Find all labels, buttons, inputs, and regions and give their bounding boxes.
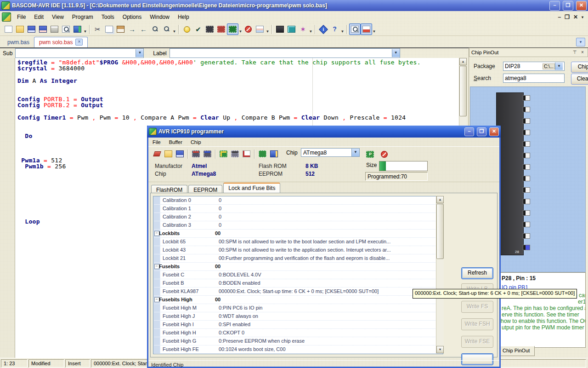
scroll-up-icon[interactable]: ▲ — [459, 58, 467, 65]
fuse-table-row[interactable]: Lockbit 4300:SPM is not allowed to write… — [153, 246, 443, 254]
scroll-up-icon[interactable]: ▲ — [436, 196, 444, 203]
write-fs-button[interactable]: Write FS — [461, 301, 493, 313]
path-value[interactable]: C:\... — [543, 63, 555, 69]
tab-pwm.bas[interactable]: pwm.bas — [3, 38, 34, 47]
lcd-designer-icon[interactable] — [286, 23, 297, 35]
titlebar[interactable]: BASCOM-AVR IDE [1.11.9.5] - [C:\Dokument… — [0, 0, 588, 11]
dropdown-arrow-icon[interactable]: ▼ — [340, 24, 345, 35]
mdi-close-button[interactable]: ✕ — [573, 14, 578, 20]
paste-icon[interactable] — [115, 23, 126, 35]
print-preview-icon[interactable] — [60, 23, 72, 35]
save-file-icon[interactable] — [26, 23, 37, 35]
dropdown-arrow-icon[interactable]: ▼ — [238, 24, 243, 35]
chip-pin[interactable] — [523, 107, 530, 112]
help-icon[interactable]: ? — [329, 23, 340, 35]
fuse-table-row[interactable]: Fusebit High H0:CKOPT 0 — [153, 329, 443, 337]
fuse-table-row[interactable]: Fusebit High I0:SPI enabled — [153, 321, 443, 329]
mdi-window-buttons[interactable]: –❐✕▾ — [558, 14, 588, 20]
fuse-table-row[interactable]: Calibration 10 — [153, 205, 443, 213]
info-icon[interactable] — [317, 23, 329, 35]
chip-pin[interactable] — [523, 233, 530, 239]
fuse-table-row[interactable]: Lockbit 6500:SPM is not allowed to write… — [153, 238, 443, 246]
read-flash-icon[interactable] — [202, 148, 213, 160]
panel-header[interactable]: Chip PinOut ⊤ × — [469, 48, 588, 57]
scrollbar-thumb[interactable] — [436, 204, 444, 259]
fuse-table-row[interactable]: Fusebit High G0:Preserve EEPROM when chi… — [153, 337, 443, 345]
mdi-minimize-button[interactable]: – — [558, 14, 561, 20]
write-eeprom-icon[interactable] — [218, 148, 229, 160]
tab-overflow-button[interactable]: ▾ — [576, 38, 585, 46]
chevron-down-icon[interactable]: ▼ — [136, 49, 143, 57]
new-file-icon[interactable] — [3, 23, 14, 35]
cut-icon[interactable]: ✂ — [92, 23, 103, 35]
restore-button[interactable]: ❐ — [563, 1, 573, 11]
pushpin-icon[interactable]: ⊤ — [571, 50, 578, 56]
refresh-button[interactable]: Refresh — [461, 267, 493, 279]
fuse-table-row[interactable]: Calibration 00 — [153, 196, 443, 205]
chip-pinout-tab[interactable]: Chip PinOut — [498, 346, 535, 356]
label-combobox[interactable]: ▼ — [170, 48, 400, 58]
program-settings-icon[interactable] — [72, 23, 83, 35]
menu-window[interactable]: Window — [146, 12, 174, 22]
save-file-icon[interactable] — [174, 148, 186, 160]
fuse-table-row[interactable]: Fusebit B0:BODEN enabled — [153, 279, 443, 288]
chip-button[interactable]: Chip — [571, 62, 588, 73]
pdf-export-icon[interactable] — [361, 23, 372, 35]
dialog-menu-buffer[interactable]: Buffer — [165, 138, 187, 146]
wizard-icon[interactable]: ✶ — [297, 23, 309, 35]
fuse-table-row[interactable]: Fusebit High FE00:1024 words boot size, … — [153, 345, 443, 354]
dialog-close-button[interactable]: ✕ — [489, 127, 499, 136]
chip-pin[interactable] — [523, 130, 530, 135]
sub-combobox[interactable]: ▼ — [15, 48, 144, 58]
chip-pin[interactable] — [523, 199, 530, 204]
fuse-table-row[interactable]: −Fusebits High00 — [153, 296, 443, 304]
chip-pin[interactable] — [523, 95, 530, 101]
dialog-menu-file[interactable]: File — [148, 138, 165, 146]
package-combobox[interactable]: DIP28 C:\... ▼ — [503, 62, 565, 71]
find-icon[interactable] — [149, 23, 161, 35]
indent-icon[interactable]: → — [126, 23, 138, 35]
fuse-table-row[interactable]: Fusebit High D0:Reset vector is boot loa… — [153, 354, 443, 354]
print-icon[interactable] — [49, 23, 60, 35]
fuse-table[interactable]: Calibration 00Calibration 10Calibration … — [153, 196, 443, 354]
syntax-check-icon[interactable]: ✔ — [192, 23, 204, 35]
copy-icon[interactable] — [103, 23, 115, 35]
chip-pin[interactable] — [523, 187, 530, 193]
exit-icon[interactable] — [268, 148, 280, 160]
menu-tools[interactable]: Tools — [97, 12, 119, 22]
minimize-button[interactable]: – — [549, 1, 560, 11]
dropdown-arrow-icon[interactable]: ▼ — [172, 24, 176, 35]
dialog-minimize-button[interactable]: – — [464, 127, 474, 136]
fuse-table-row[interactable]: Fusebit KLA987000000:Ext. Clock; Start-u… — [153, 288, 443, 296]
fuse-table-row[interactable]: Fusebit High J0:WDT always on — [153, 312, 443, 321]
chip-pin[interactable] — [523, 141, 530, 147]
write-flash-icon[interactable] — [190, 148, 202, 160]
menu-edit[interactable]: Edit — [30, 12, 48, 22]
stop-icon[interactable] — [243, 23, 254, 35]
library-book-icon[interactable] — [274, 23, 286, 35]
close-icon[interactable]: × — [75, 39, 83, 46]
menu-program[interactable]: Program — [68, 12, 97, 22]
pin-lamp-icon[interactable] — [181, 23, 192, 35]
chip-pin[interactable] — [523, 118, 530, 124]
fuse-table-row[interactable]: Fusebit C0:BODLEVEL 4.0V — [153, 271, 443, 279]
unindent-icon[interactable]: ← — [138, 23, 149, 35]
programmer-dialog[interactable]: AVR ICP910 programmer – ❐ ✕ FileBufferCh… — [147, 126, 501, 368]
fuse-table-row[interactable]: −Fusebits00 — [153, 263, 443, 271]
autoprogram-icon[interactable] — [257, 148, 268, 160]
dialog-menu-chip[interactable]: Chip — [187, 138, 205, 146]
mdi-more-icon[interactable]: ▾ — [582, 15, 583, 19]
read-eeprom-icon[interactable] — [229, 148, 241, 160]
save-as-icon[interactable] — [37, 23, 49, 35]
menu-file[interactable]: File — [13, 12, 30, 22]
scroll-down-icon[interactable]: ▼ — [436, 346, 444, 353]
dropdown-arrow-icon[interactable]: ▼ — [309, 24, 313, 35]
chip-pin[interactable] — [523, 176, 530, 181]
tab-pwm-solo.bas[interactable]: pwm solo.bas× — [34, 37, 88, 47]
menu-options[interactable]: Options — [119, 12, 146, 22]
selected-pin[interactable] — [523, 245, 530, 250]
chevron-down-icon[interactable]: ▼ — [555, 63, 563, 70]
clear-button[interactable]: Clear — [571, 74, 588, 85]
erase-chip-icon[interactable] — [151, 148, 163, 160]
chip-combobox[interactable]: ATmega8 ▼ — [301, 148, 360, 157]
